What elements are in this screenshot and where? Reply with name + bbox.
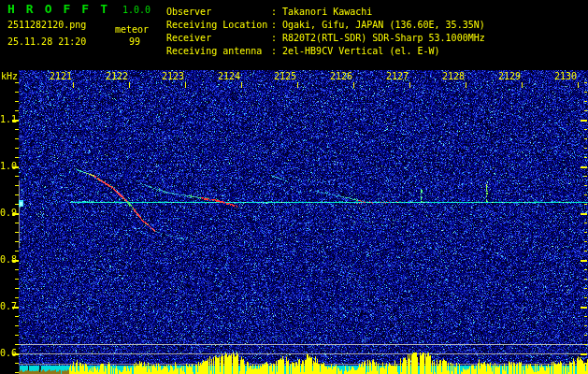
time-tick-label: 2124	[216, 71, 240, 81]
info-label: Receiver	[166, 33, 271, 43]
hrofft-output-image: HROFFT 1.0.0 2511282120.png meteor 25.11…	[0, 0, 588, 374]
time-tick-label: 2121	[48, 71, 72, 81]
freq-axis-unit: kHz	[1, 71, 18, 81]
info-label: Observer	[166, 7, 271, 17]
info-row-observer: Observer:Takanori Kawachi	[166, 7, 372, 17]
info-value: 2el-HB9CV Vertical (el. E-W)	[282, 46, 440, 56]
spectrogram-canvas	[0, 0, 588, 374]
info-label: Receiving Location	[166, 20, 271, 30]
info-label: Receiving antenna	[166, 46, 271, 56]
time-tick-label: 2125	[272, 71, 296, 81]
app-version: 1.0.0	[122, 5, 151, 15]
freq-tick-label: 1.0	[0, 161, 13, 171]
freq-tick-label: 1.1	[0, 114, 13, 124]
info-value: R820T2(RTL-SDR) SDR-Sharp 53.1000MHz	[282, 33, 485, 43]
info-value: Ogaki, Gifu, JAPAN (136.60E, 35.35N)	[282, 20, 485, 30]
app-title: HROFFT	[7, 3, 119, 16]
info-row-antenna: Receiving antenna:2el-HB9CV Vertical (el…	[166, 46, 440, 56]
freq-tick-label: 0.9	[0, 208, 13, 218]
time-tick-label: 2128	[440, 71, 465, 81]
info-row-receiver: Receiver:R820T2(RTL-SDR) SDR-Sharp 53.10…	[166, 33, 485, 43]
time-tick-label: 2126	[328, 71, 352, 81]
time-tick-label: 2123	[160, 71, 184, 81]
filename-label: 2511282120.png	[7, 20, 86, 30]
info-row-location: Receiving Location:Ogaki, Gifu, JAPAN (1…	[166, 20, 485, 30]
time-tick-label: 2129	[496, 71, 521, 81]
freq-tick-label: 0.8	[0, 254, 13, 265]
mode-label: meteor	[115, 24, 149, 35]
time-tick-label: 2122	[104, 71, 128, 81]
info-colon: :	[271, 33, 282, 43]
freq-tick-label: 0.7	[0, 301, 13, 311]
info-value: Takanori Kawachi	[282, 7, 372, 17]
info-colon: :	[271, 46, 282, 56]
info-colon: :	[271, 20, 282, 30]
info-colon: :	[271, 7, 282, 17]
time-tick-label: 2130	[552, 71, 577, 81]
echo-count: 99	[129, 36, 140, 47]
freq-tick-label: 0.6	[0, 348, 13, 358]
timestamp-label: 25.11.28 21:20	[7, 36, 86, 47]
time-tick-label: 2127	[384, 71, 409, 81]
